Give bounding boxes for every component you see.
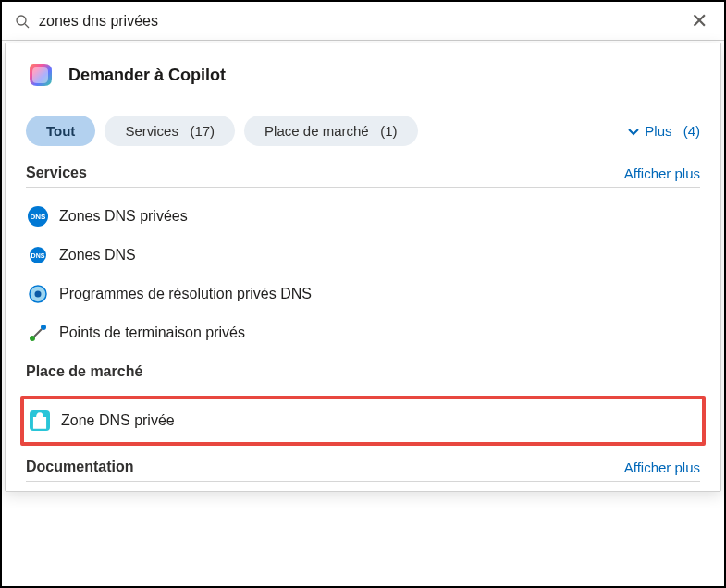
search-input[interactable] <box>30 13 687 30</box>
clear-icon[interactable]: ✕ <box>687 11 711 31</box>
svg-point-3 <box>35 291 42 298</box>
section-marketplace: Place de marché Zone DNS privée <box>6 352 720 446</box>
svg-line-1 <box>25 24 29 28</box>
tab-services[interactable]: Services (17) <box>105 116 235 146</box>
tab-services-count: (17) <box>190 123 215 139</box>
ask-copilot-label: Demander à Copilot <box>68 66 226 85</box>
svg-point-0 <box>17 16 26 25</box>
filter-tabs: Tout Services (17) Place de marché (1) P… <box>6 103 720 153</box>
marketplace-item-private-dns-zone[interactable]: Zone DNS privée <box>28 403 698 438</box>
section-services-showmore[interactable]: Afficher plus <box>624 165 700 181</box>
tabs-more-count: (4) <box>683 123 700 139</box>
service-item-dns-resolvers[interactable]: Programmes de résolution privés DNS <box>26 275 700 313</box>
highlighted-result: Zone DNS privée <box>20 396 706 446</box>
service-item-label: Programmes de résolution privés DNS <box>59 286 312 302</box>
copilot-icon <box>26 60 55 90</box>
service-item-label: Zones DNS <box>59 247 136 263</box>
tabs-more[interactable]: Plus (4) <box>626 123 700 139</box>
search-bar: ✕ <box>2 2 724 41</box>
search-icon <box>15 14 30 29</box>
service-item-private-endpoints[interactable]: Points de terminaison privés <box>26 313 700 352</box>
chevron-down-icon <box>626 124 641 139</box>
service-item-label: Points de terminaison privés <box>59 325 245 341</box>
tabs-more-label: Plus <box>645 123 671 139</box>
tab-marketplace[interactable]: Place de marché (1) <box>244 116 417 146</box>
service-item-private-dns-zones[interactable]: DNS Zones DNS privées <box>26 197 700 236</box>
search-results-panel: Demander à Copilot Tout Services (17) Pl… <box>5 43 721 492</box>
section-marketplace-title: Place de marché <box>26 363 142 380</box>
service-item-dns-zones[interactable]: DNS Zones DNS <box>26 236 700 275</box>
section-services: Services Afficher plus DNS Zones DNS pri… <box>6 153 720 352</box>
section-documentation-header: Documentation Afficher plus <box>26 459 700 482</box>
marketplace-item-label: Zone DNS privée <box>61 412 175 429</box>
section-documentation-title: Documentation <box>26 459 133 475</box>
section-documentation-showmore[interactable]: Afficher plus <box>624 459 700 475</box>
marketplace-icon <box>30 410 50 431</box>
dns-icon: DNS <box>28 245 48 265</box>
section-documentation: Documentation Afficher plus <box>6 447 720 491</box>
dns-icon: DNS <box>28 206 48 227</box>
tab-marketplace-label: Place de marché <box>265 123 369 139</box>
resolver-icon <box>28 284 48 304</box>
endpoint-icon <box>28 323 48 343</box>
ask-copilot-row[interactable]: Demander à Copilot <box>6 43 720 103</box>
tab-services-label: Services <box>125 123 178 139</box>
svg-line-6 <box>34 329 42 337</box>
tab-marketplace-count: (1) <box>380 123 397 139</box>
section-marketplace-header: Place de marché <box>26 363 700 386</box>
service-item-label: Zones DNS privées <box>59 208 188 225</box>
section-services-header: Services Afficher plus <box>26 165 700 188</box>
section-services-title: Services <box>26 165 87 181</box>
tab-all-label: Tout <box>46 123 75 139</box>
tab-all[interactable]: Tout <box>26 116 95 146</box>
